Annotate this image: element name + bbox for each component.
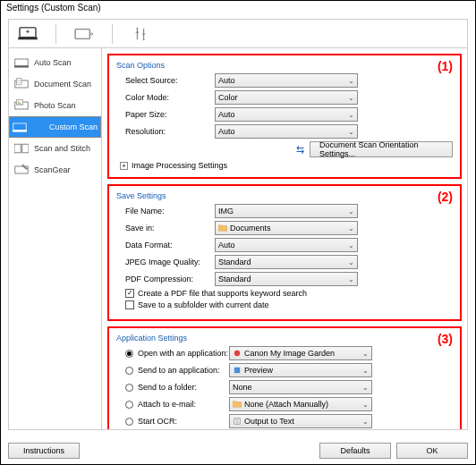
svg-point-15 [234, 351, 240, 356]
settings-window: Settings (Custom Scan) Auto Scan [0, 0, 476, 465]
scan-from-computer-icon[interactable] [18, 24, 38, 44]
sidebar-item-scangear[interactable]: ScanGear [9, 159, 101, 181]
sidebar-item-custom-scan[interactable]: Custom Scan [9, 116, 101, 138]
start-ocr-label: Start OCR: [138, 417, 229, 426]
svg-rect-2 [75, 29, 89, 38]
svg-rect-16 [234, 368, 240, 373]
pdf-keyword-checkbox[interactable]: ✓ [125, 289, 134, 298]
svg-rect-6 [16, 79, 21, 85]
general-settings-icon[interactable] [131, 24, 150, 44]
sidebar-item-auto-scan[interactable]: Auto Scan [9, 52, 101, 73]
toolbar-sep [112, 24, 113, 44]
inner-frame: Auto Scan Document Scan Photo Scan Custo… [8, 19, 468, 430]
save-settings-section: (2) Save Settings File Name:IMG⌄ Save in… [107, 184, 462, 321]
scan-options-title: Scan Options [116, 61, 453, 70]
chevron-down-icon: ⌄ [362, 350, 369, 358]
attach-email-radio[interactable] [125, 401, 133, 409]
paper-size-label: Paper Size: [116, 110, 215, 119]
select-source-label: Select Source: [116, 76, 215, 85]
open-with-app-dropdown[interactable]: Canon My Image Garden⌄ [229, 346, 372, 360]
scan-from-panel-icon[interactable] [74, 24, 94, 44]
scan-options-section: (1) Scan Options Select Source:Auto⌄ Col… [107, 54, 462, 179]
folder-icon [233, 401, 242, 408]
document-scan-icon [14, 78, 29, 90]
open-with-app-radio[interactable] [125, 350, 133, 358]
chevron-down-icon: ⌄ [362, 367, 369, 375]
sidebar-item-label: ScanGear [34, 165, 71, 174]
chevron-down-icon: ⌄ [362, 418, 369, 426]
sidebar-item-label: Custom Scan [49, 123, 98, 131]
jpeg-quality-dropdown[interactable]: Standard⌄ [215, 255, 358, 269]
defaults-button[interactable]: Defaults [319, 443, 391, 459]
instructions-button[interactable]: Instructions [8, 443, 80, 459]
main-panel: (1) Scan Options Select Source:Auto⌄ Col… [102, 48, 467, 429]
sidebar-item-label: Photo Scan [34, 101, 76, 110]
sidebar-item-label: Document Scan [34, 80, 91, 89]
sidebar-item-photo-scan[interactable]: Photo Scan [9, 95, 101, 116]
paper-size-dropdown[interactable]: Auto⌄ [215, 107, 358, 122]
chevron-down-icon: ⌄ [362, 384, 369, 392]
svg-rect-13 [22, 144, 29, 153]
send-to-app-dropdown[interactable]: Preview⌄ [229, 363, 372, 377]
chevron-down-icon: ⌄ [348, 275, 354, 283]
swap-arrows-icon[interactable]: ⇆ [296, 144, 304, 156]
stitch-icon [14, 142, 29, 155]
section-badge-1: (1) [438, 59, 453, 73]
section-badge-2: (2) [438, 190, 453, 204]
send-to-app-radio[interactable] [125, 367, 133, 375]
send-to-folder-radio[interactable] [125, 384, 133, 392]
subfolder-date-checkbox[interactable] [125, 300, 134, 309]
file-name-label: File Name: [116, 207, 215, 216]
send-to-folder-dropdown[interactable]: None⌄ [229, 380, 372, 394]
start-ocr-radio[interactable] [125, 418, 133, 426]
orientation-settings-button[interactable]: Document Scan Orientation Settings... [310, 141, 453, 157]
start-ocr-dropdown[interactable]: Output to Text⌄ [229, 414, 372, 428]
save-in-dropdown[interactable]: Documents⌄ [215, 221, 358, 235]
sidebar-item-label: Auto Scan [34, 58, 72, 67]
resolution-label: Resolution: [116, 127, 215, 136]
sidebar-item-label: Scan and Stitch [34, 144, 90, 153]
data-format-label: Data Format: [116, 241, 215, 249]
preview-icon [233, 367, 242, 374]
text-icon [233, 418, 242, 425]
save-in-label: Save in: [116, 224, 215, 232]
custom-scan-icon [13, 121, 27, 133]
chevron-down-icon: ⌄ [362, 401, 369, 409]
svg-rect-12 [14, 144, 21, 153]
pdf-compression-dropdown[interactable]: Standard⌄ [215, 272, 358, 286]
expand-icon: + [120, 162, 128, 170]
sidebar-item-document-scan[interactable]: Document Scan [9, 73, 101, 95]
svg-rect-11 [13, 130, 27, 131]
image-processing-expander[interactable]: +Image Processing Settings [116, 161, 453, 170]
attach-email-dropdown[interactable]: None (Attach Manually)⌄ [229, 397, 372, 411]
sidebar: Auto Scan Document Scan Photo Scan Custo… [9, 48, 102, 429]
data-format-dropdown[interactable]: Auto⌄ [215, 238, 358, 252]
toolbar [9, 20, 467, 48]
color-mode-label: Color Mode: [116, 93, 215, 102]
auto-scan-icon [14, 56, 29, 69]
send-to-folder-label: Send to a folder: [138, 383, 229, 392]
chevron-down-icon: ⌄ [348, 207, 354, 216]
file-name-combo[interactable]: IMG⌄ [215, 204, 358, 218]
application-settings-section: (3) Application Settings Open with an ap… [107, 326, 462, 429]
color-mode-dropdown[interactable]: Color⌄ [215, 90, 358, 105]
chevron-down-icon: ⌄ [348, 94, 354, 102]
jpeg-quality-label: JPEG Image Quality: [116, 258, 215, 266]
scangear-icon [14, 164, 29, 176]
body: Auto Scan Document Scan Photo Scan Custo… [9, 48, 467, 429]
pdf-keyword-label: Create a PDF file that supports keyword … [138, 289, 307, 298]
send-to-app-label: Send to an application: [138, 366, 229, 375]
svg-rect-3 [15, 59, 28, 66]
application-settings-title: Application Settings [116, 334, 453, 342]
section-badge-3: (3) [438, 332, 453, 346]
ok-button[interactable]: OK [396, 443, 468, 459]
sidebar-item-scan-stitch[interactable]: Scan and Stitch [9, 138, 101, 159]
chevron-down-icon: ⌄ [348, 111, 354, 119]
chevron-down-icon: ⌄ [348, 224, 354, 232]
window-title: Settings (Custom Scan) [1, 1, 475, 19]
resolution-dropdown[interactable]: Auto⌄ [215, 124, 358, 139]
select-source-dropdown[interactable]: Auto⌄ [215, 73, 358, 88]
save-settings-title: Save Settings [116, 191, 453, 200]
svg-rect-4 [14, 65, 29, 67]
app-icon [233, 350, 242, 357]
